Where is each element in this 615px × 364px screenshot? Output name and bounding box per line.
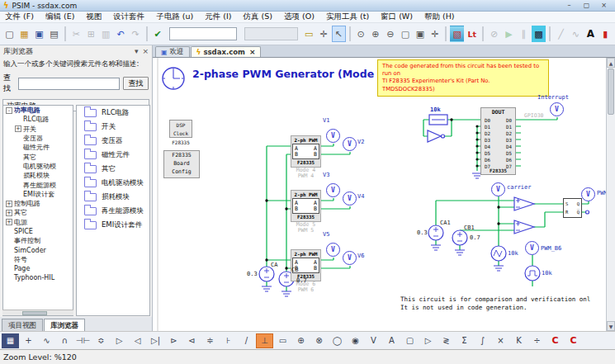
tab-document[interactable]: ϟ ssdax.com × bbox=[191, 46, 262, 57]
tree-expander-icon[interactable]: + bbox=[6, 201, 12, 207]
tree-expander-icon[interactable]: + bbox=[6, 210, 12, 216]
tree-item[interactable]: EMI设计套 bbox=[3, 190, 73, 199]
tb-paste[interactable]: ▥ bbox=[99, 26, 113, 42]
schematic-canvas[interactable]: 2-phase PWM Generator (Mode 6) The code … bbox=[153, 57, 615, 331]
probe-v5[interactable]: V bbox=[326, 243, 340, 257]
tree-item[interactable]: 符号 bbox=[3, 255, 73, 264]
menu-item[interactable]: 设计套件 bbox=[113, 12, 144, 22]
find-input[interactable] bbox=[18, 78, 120, 90]
tree-item[interactable]: 损耗模块 bbox=[3, 171, 73, 180]
tb-label[interactable]: ▭ bbox=[302, 26, 316, 42]
tb-open[interactable]: ▦ bbox=[17, 26, 31, 42]
sidebar-tab[interactable]: 库浏览器 bbox=[44, 319, 85, 331]
resistor[interactable]: ∿ bbox=[38, 333, 55, 348]
tb-print[interactable]: ▤ bbox=[47, 26, 61, 42]
thyristor[interactable]: ▷| bbox=[147, 333, 164, 348]
minimize-button[interactable]: – bbox=[561, 1, 577, 10]
ammeter[interactable]: A bbox=[383, 333, 400, 348]
menu-item[interactable]: 视图 bbox=[86, 12, 102, 22]
summer[interactable]: Σ bbox=[456, 333, 473, 348]
dout-block[interactable]: DOUT D0D1D2D3D4D5D6D7 D0D1D2D3D4D5D6D7 F… bbox=[480, 107, 516, 175]
tb-script[interactable]: ▮ bbox=[598, 26, 613, 42]
tb-simview[interactable]: ▧ bbox=[450, 26, 464, 42]
dsp-clock-block[interactable]: DSP Clock bbox=[169, 120, 192, 138]
sep[interactable] bbox=[146, 26, 148, 41]
pin-icon[interactable]: ▾ bbox=[135, 47, 139, 55]
tb-zoom-out[interactable]: ⊖ bbox=[383, 26, 397, 42]
menu-item[interactable]: 帮助 (H) bbox=[424, 12, 455, 22]
ground[interactable]: ⊥ bbox=[256, 333, 273, 348]
close-button[interactable]: × bbox=[596, 1, 612, 10]
tree-item[interactable]: + 控制电路 bbox=[3, 199, 73, 208]
menu-item[interactable]: 文件 (F) bbox=[5, 12, 34, 22]
library-folder[interactable]: 开关 bbox=[77, 120, 149, 134]
tree-expander-icon[interactable]: + bbox=[15, 125, 21, 132]
canvas-vscrollbar[interactable]: ▲ ▼ bbox=[606, 58, 615, 331]
tree-item[interactable]: SimCoder bbox=[3, 245, 73, 254]
probe-pwm[interactable]: V bbox=[581, 187, 595, 201]
tb-zoom-in[interactable]: ⊕ bbox=[369, 26, 383, 42]
tb-cut[interactable]: ✂ bbox=[69, 26, 83, 42]
tree-expander-icon[interactable]: - bbox=[6, 107, 12, 114]
scroll-down-icon[interactable]: ▼ bbox=[607, 321, 615, 331]
menu-item[interactable]: 窗口 (W) bbox=[381, 12, 413, 22]
capacitor[interactable]: ⊣⊢ bbox=[74, 333, 92, 348]
mosfet[interactable]: ≑ bbox=[201, 333, 219, 348]
tree-item[interactable]: SPICE bbox=[3, 227, 73, 236]
integrator[interactable]: ∫ bbox=[474, 333, 491, 348]
sine-source[interactable]: ◯ bbox=[329, 333, 346, 348]
diode[interactable]: ▷ bbox=[111, 333, 128, 348]
library-folder[interactable]: 再生能源模块 bbox=[77, 204, 149, 218]
menu-item[interactable]: 实用工具 (t) bbox=[326, 12, 369, 22]
voltage-source[interactable]: ⊕ bbox=[292, 333, 310, 348]
tb-zoom[interactable]: ⊙ bbox=[354, 26, 368, 42]
probe-v3[interactable]: V bbox=[326, 183, 340, 197]
comparator[interactable]: ≷ bbox=[438, 333, 455, 348]
probe-pwm-b6[interactable]: V bbox=[525, 241, 539, 255]
label[interactable]: ▭ bbox=[274, 333, 291, 348]
pwm-block-2[interactable]: 2-ph PWM AA BB F28335 bbox=[291, 190, 321, 222]
probe-v6[interactable]: V bbox=[343, 251, 357, 265]
tree-item[interactable]: - 功率电路 bbox=[3, 106, 73, 115]
tree-item[interactable]: 电机驱动模 bbox=[3, 162, 73, 171]
tree-hscrollbar[interactable] bbox=[2, 310, 73, 315]
opamp[interactable]: ▷ bbox=[419, 333, 437, 348]
voltmeter[interactable]: V bbox=[365, 333, 382, 348]
tree-item[interactable]: 磁性元件 bbox=[3, 143, 73, 152]
tb-undo[interactable]: ↶ bbox=[114, 26, 128, 42]
sep[interactable] bbox=[445, 26, 447, 41]
board-config-block[interactable]: F28335 Board Config bbox=[163, 150, 200, 178]
probe-interrupt[interactable]: V bbox=[550, 102, 564, 116]
pwm-block-1[interactable]: 2-ph PWM AA BB F28335 bbox=[291, 135, 321, 168]
sep[interactable] bbox=[482, 26, 484, 41]
tb-curve[interactable]: ∿ bbox=[569, 26, 583, 42]
maximize-button[interactable]: ▢ bbox=[579, 1, 594, 10]
find-button[interactable]: 查找 bbox=[123, 77, 149, 90]
menu-item[interactable]: 选项 (O) bbox=[284, 12, 315, 22]
tree-hscroll-thumb[interactable] bbox=[22, 311, 47, 315]
library-folder[interactable]: EMI设计套件 bbox=[77, 218, 149, 232]
library-folder[interactable]: 损耗模块 bbox=[77, 190, 149, 204]
divider[interactable]: ÷ bbox=[528, 333, 546, 348]
probe[interactable]: ◉ bbox=[347, 333, 364, 348]
panel-close-icon[interactable]: × bbox=[142, 47, 149, 55]
tb-check[interactable]: ✔ bbox=[151, 26, 165, 42]
wire-mode[interactable]: + bbox=[20, 333, 37, 348]
tree-item[interactable]: 其它 bbox=[3, 152, 73, 161]
probe-carrier[interactable]: V bbox=[491, 182, 505, 196]
tb-pan[interactable]: ✛ bbox=[317, 26, 331, 42]
npn-transistor[interactable]: ⊳ bbox=[165, 333, 182, 348]
pnp-transistor[interactable]: ⊲ bbox=[183, 333, 201, 348]
tree-item[interactable]: 事件控制 bbox=[3, 236, 73, 245]
sep[interactable] bbox=[349, 26, 351, 41]
elements-grid[interactable]: ▦ bbox=[2, 333, 19, 348]
tree-item[interactable]: + 开关 bbox=[3, 125, 73, 134]
tb-wire[interactable]: ╱ bbox=[554, 26, 568, 42]
switch[interactable]: / bbox=[238, 333, 255, 348]
library-folder[interactable]: 磁性元件 bbox=[77, 148, 149, 162]
tb-save[interactable]: ▣ bbox=[32, 26, 46, 42]
menu-item[interactable]: 子电路 (u) bbox=[156, 12, 193, 22]
igbt[interactable]: ⊦ bbox=[220, 333, 237, 348]
tree-expander-icon[interactable]: + bbox=[6, 219, 12, 225]
tree-item[interactable]: + 电源 bbox=[3, 218, 73, 227]
